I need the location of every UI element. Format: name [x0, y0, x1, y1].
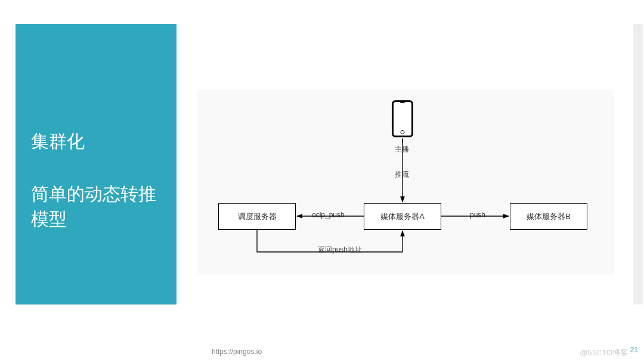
label-return-address: 返回push地址	[318, 245, 362, 255]
sidebar-title: 集群化	[31, 129, 161, 154]
node-media-server-a: 媒体服务器A	[364, 203, 441, 230]
label-push: push	[470, 211, 485, 219]
sidebar-subtitle: 简单的动态转推模型	[31, 182, 161, 232]
phone-icon	[392, 100, 413, 137]
label-push-stream: 推流	[395, 170, 409, 180]
label-oclp-push: oclp_push	[312, 211, 345, 219]
page-number: 21	[630, 346, 638, 354]
right-decor-strip	[633, 24, 643, 304]
watermark: @51CTO博客 21	[580, 346, 638, 358]
sidebar-panel: 集群化 简单的动态转推模型	[16, 24, 177, 304]
node-dispatch-server: 调度服务器	[218, 203, 296, 230]
footer-url: https://pingos.io	[212, 347, 262, 356]
watermark-text: @51CTO博客	[580, 348, 628, 357]
node-media-server-b: 媒体服务器B	[510, 203, 587, 230]
diagram-canvas: 主播 推流 调度服务器 媒体服务器A 媒体服务器B oclp_push push…	[197, 90, 614, 275]
phone-screen	[395, 106, 410, 130]
label-host: 主播	[395, 144, 409, 155]
